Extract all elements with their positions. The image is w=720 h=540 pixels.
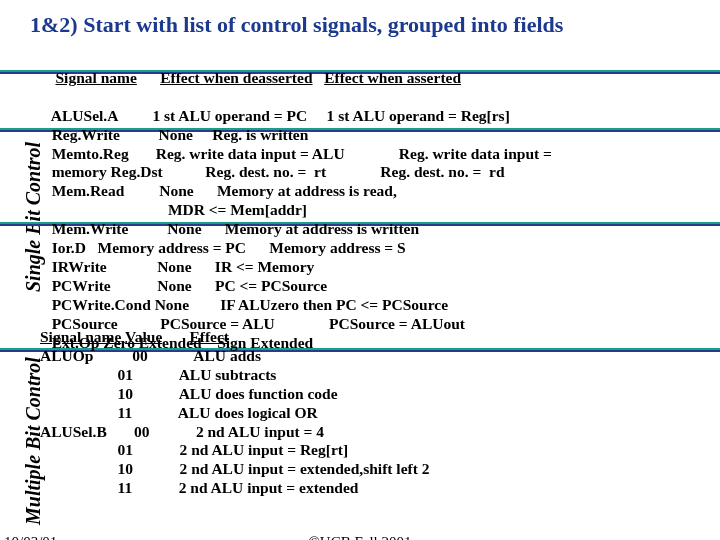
val: Reg. dest. no. = rt xyxy=(205,163,326,180)
sig-memtoreg: Memto.Reg xyxy=(52,145,129,162)
val: 00 xyxy=(132,347,148,364)
footer-copyright: ©UCB Fall 2001 xyxy=(0,534,720,540)
val: 01 xyxy=(118,441,134,458)
val: 2 nd ALU input = extended,shift left 2 xyxy=(180,460,430,477)
sig-regwrite: Reg.Write xyxy=(52,126,120,143)
val: None xyxy=(159,182,193,199)
val: 1 st ALU operand = Reg[rs] xyxy=(327,107,510,124)
sig-memwrite: Mem.Write xyxy=(52,220,129,237)
col-deasserted: Effect when deasserted xyxy=(160,69,312,86)
val: Memory at address is read, xyxy=(217,182,397,199)
val: ALU subtracts xyxy=(179,366,277,383)
val: 00 xyxy=(134,423,150,440)
val: 01 xyxy=(118,366,134,383)
val: Reg. write data input = ALU xyxy=(156,145,345,162)
col-signal-name: Signal name xyxy=(56,69,137,86)
val: None xyxy=(159,126,193,143)
val: Memory address = S xyxy=(269,239,405,256)
val: Reg. write data input = xyxy=(399,145,552,162)
val: None xyxy=(155,296,189,313)
val: None xyxy=(157,258,191,275)
sig-iord: Ior.D xyxy=(52,239,86,256)
col2-value: Value xyxy=(125,328,162,345)
val: 2 nd ALU input = 4 xyxy=(196,423,324,440)
val: ALU does logical OR xyxy=(178,404,318,421)
val: IR <= Memory xyxy=(215,258,314,275)
sig-memread: Mem.Read xyxy=(52,182,125,199)
val: Memory at address is written xyxy=(225,220,419,237)
val: IF ALUzero then PC <= PCSource xyxy=(220,296,448,313)
sig-aluselB: ALUSel.B xyxy=(40,423,107,440)
multi-bit-block: Signal name Value Effect ALUOp 00 ALU ad… xyxy=(40,328,710,498)
val: memory xyxy=(52,163,107,180)
val: 1 st ALU operand = PC xyxy=(152,107,307,124)
single-bit-block: Signal name Effect when deasserted Effec… xyxy=(40,50,710,353)
val: Reg. dest. no. = rd xyxy=(380,163,504,180)
sig-aluop: ALUOp xyxy=(40,347,93,364)
val: 2 nd ALU input = Reg[rt] xyxy=(180,441,349,458)
col-asserted: Effect when asserted xyxy=(324,69,461,86)
val: 10 xyxy=(118,385,134,402)
val: 11 xyxy=(118,479,133,496)
val: ALU does function code xyxy=(179,385,338,402)
sig-aluselA: ALUSel.A xyxy=(51,107,118,124)
sig-irwrite: IRWrite xyxy=(52,258,107,275)
sig-regdst: Reg.Dst xyxy=(111,163,163,180)
sig-pcwrite: PCWrite xyxy=(52,277,111,294)
val: None xyxy=(167,220,201,237)
val: Memory address = PC xyxy=(98,239,246,256)
val: Reg. is written xyxy=(212,126,308,143)
col2-effect: Effect xyxy=(189,328,229,345)
val: 11 xyxy=(118,404,133,421)
sig-pcwritecond: PCWrite.Cond xyxy=(52,296,151,313)
col2-signal-name: Signal name xyxy=(40,328,121,345)
val: None xyxy=(157,277,191,294)
slide-title: 1&2) Start with list of control signals,… xyxy=(0,0,720,46)
val: ALU adds xyxy=(193,347,261,364)
val: MDR <= Mem[addr] xyxy=(168,201,307,218)
val: PC <= PCSource xyxy=(215,277,327,294)
val: 10 xyxy=(118,460,134,477)
val: 2 nd ALU input = extended xyxy=(179,479,359,496)
